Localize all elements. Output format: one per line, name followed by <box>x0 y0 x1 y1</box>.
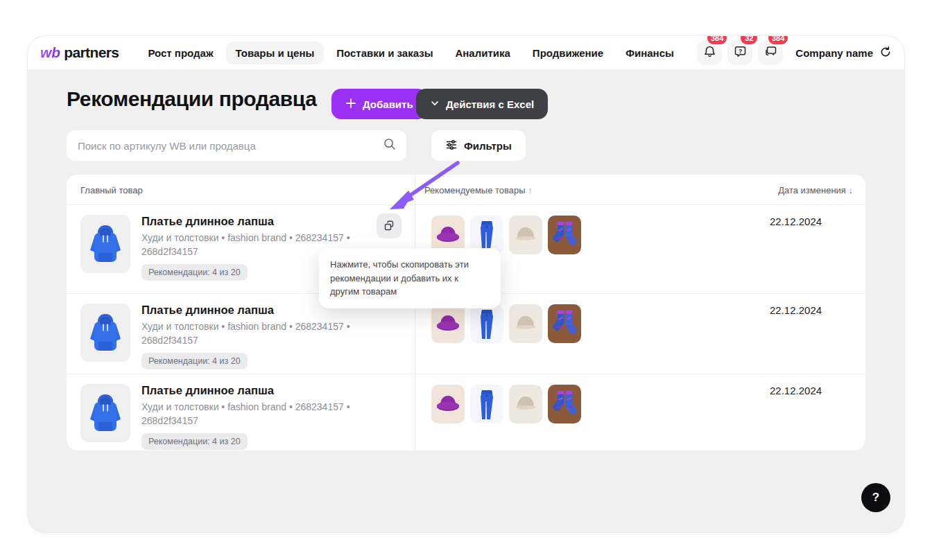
recommended-product-beige-cap[interactable] <box>509 216 542 254</box>
recommended-product-beige-cap[interactable] <box>509 304 542 343</box>
recommended-thumbs <box>431 385 581 423</box>
sort-asc-icon: ↑ <box>528 185 533 195</box>
column-header-date[interactable]: Дата изменения ↓ <box>778 185 853 195</box>
question-bubble-icon: ? <box>734 45 747 61</box>
search-bar <box>67 130 406 161</box>
help-badge: 32 <box>741 36 757 44</box>
recommended-product-blue-jeans[interactable] <box>470 385 503 423</box>
app-window: wb partners Рост продаж Товары и цены По… <box>28 36 904 532</box>
nav-item-goods-and-prices[interactable]: Товары и цены <box>226 42 325 64</box>
switch-account-icon <box>879 46 892 60</box>
table-header-row: Главный товар Рекомендуемые товары ↑ Дат… <box>67 175 865 205</box>
chats-badge: 384 <box>768 36 788 44</box>
recommended-product-blue-jeans[interactable] <box>470 304 503 343</box>
recommendations-table: Главный товар Рекомендуемые товары ↑ Дат… <box>67 175 865 450</box>
blue-hoodie-image <box>85 310 126 356</box>
table-row: Платье длинное лапша Худи и толстовки • … <box>67 374 865 450</box>
recommended-thumbs <box>431 304 581 343</box>
top-navigation-bar: wb partners Рост продаж Товары и цены По… <box>28 36 904 69</box>
help-center-button[interactable]: ? 32 <box>727 40 752 65</box>
product-title: Платье длинное лапша <box>141 215 374 228</box>
recommendations-count-badge: Рекомендации: 4 из 20 <box>141 353 248 369</box>
product-subtitle: Худи и толстовки • fashion brand • 26823… <box>141 401 374 428</box>
plus-icon <box>345 98 356 111</box>
product-image[interactable] <box>80 384 130 442</box>
blue-hoodie-image <box>85 390 126 436</box>
copy-tooltip: Нажмите, чтобы скопировать эти рекоменда… <box>319 248 501 308</box>
chevron-down-icon <box>430 98 440 110</box>
account-switcher[interactable]: Company name <box>795 46 892 60</box>
row-date: 22.12.2024 <box>770 385 822 396</box>
partners-logo-text: partners <box>64 44 119 61</box>
add-button[interactable]: Добавить <box>331 89 427 119</box>
notifications-button[interactable]: 384 <box>697 40 722 65</box>
recommended-product-purple-hat[interactable] <box>431 304 465 343</box>
product-title: Платье длинное лапша <box>141 384 374 397</box>
nav-item-sales-growth[interactable]: Рост продаж <box>138 42 223 64</box>
copy-recommendations-button[interactable] <box>377 213 402 238</box>
sliders-icon <box>445 139 458 153</box>
product-info: Платье длинное лапша Худи и толстовки • … <box>141 304 374 369</box>
main-product-cell: Платье длинное лапша Худи и толстовки • … <box>80 384 374 450</box>
product-info: Платье длинное лапша Худи и толстовки • … <box>141 384 374 450</box>
chat-bubbles-icon <box>764 45 777 61</box>
nav-item-supplies-and-orders[interactable]: Поставки и заказы <box>327 42 442 64</box>
column-header-recommended[interactable]: Рекомендуемые товары ↑ <box>424 185 533 195</box>
recommendations-count-badge: Рекомендации: 4 из 20 <box>141 433 248 450</box>
recommended-product-blue-socks[interactable] <box>548 385 581 423</box>
table-body: Платье длинное лапша Худи и толстовки • … <box>67 205 865 450</box>
recommended-product-purple-hat[interactable] <box>431 385 465 423</box>
nav-item-analytics[interactable]: Аналитика <box>445 42 519 64</box>
svg-text:?: ? <box>739 47 742 54</box>
excel-actions-button[interactable]: Действия с Excel <box>416 89 548 119</box>
product-subtitle: Худи и толстовки • fashion brand • 26823… <box>141 320 374 347</box>
blue-hoodie-image <box>85 221 126 267</box>
main-nav: Рост продаж Товары и цены Поставки и зак… <box>138 42 683 64</box>
sort-desc-icon: ↓ <box>849 185 854 195</box>
recommended-product-blue-socks[interactable] <box>548 304 581 343</box>
notifications-badge: 384 <box>707 36 727 44</box>
recommendations-count-badge: Рекомендации: 4 из 20 <box>141 264 248 281</box>
nav-item-finance[interactable]: Финансы <box>616 42 684 64</box>
search-icon[interactable] <box>383 137 397 154</box>
main-product-cell: Платье длинное лапша Худи и толстовки • … <box>80 304 374 369</box>
recommended-product-beige-cap[interactable] <box>509 385 542 423</box>
topbar-right-cluster: 384 ? 32 384 Company name <box>697 40 892 65</box>
wb-logo-mark: wb <box>40 44 60 61</box>
product-image[interactable] <box>80 304 130 362</box>
column-header-main-product: Главный товар <box>80 185 143 195</box>
page-title: Рекомендации продавца <box>67 87 317 111</box>
row-date: 22.12.2024 <box>770 216 822 227</box>
support-help-button[interactable]: ? <box>861 483 890 512</box>
search-input[interactable] <box>78 140 383 152</box>
nav-item-promotion[interactable]: Продвижение <box>523 42 613 64</box>
bell-icon <box>703 45 716 61</box>
chats-button[interactable]: 384 <box>758 40 783 65</box>
product-image[interactable] <box>80 215 130 273</box>
row-date: 22.12.2024 <box>770 304 822 316</box>
copy-icon <box>383 220 395 232</box>
recommended-product-blue-socks[interactable] <box>548 216 581 254</box>
wb-partners-logo[interactable]: wb partners <box>40 44 119 61</box>
company-name: Company name <box>795 47 873 59</box>
filters-button[interactable]: Фильтры <box>431 130 526 161</box>
